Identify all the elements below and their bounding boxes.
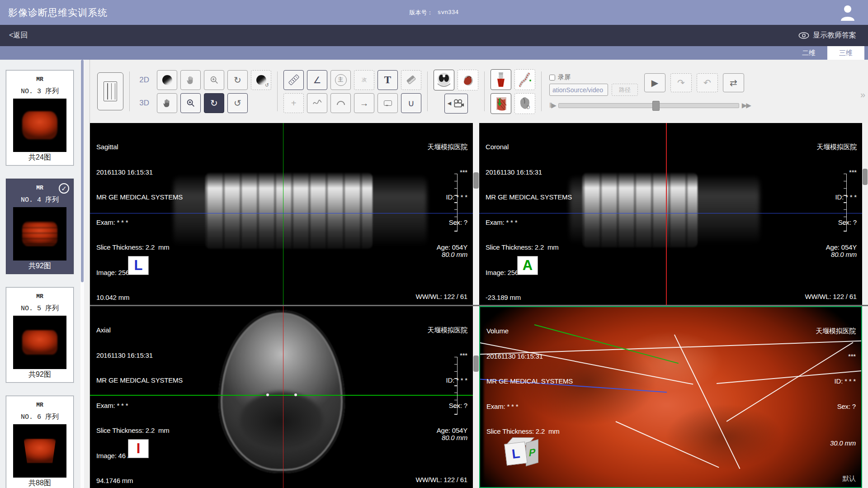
layout-mpr-button[interactable] <box>97 72 123 110</box>
scale-label: 80.0 mm <box>442 434 467 442</box>
orientation-cube[interactable]: P L <box>505 436 546 474</box>
back-button[interactable]: <返回 <box>0 31 28 40</box>
preset-default-label[interactable]: 默认 <box>842 474 856 483</box>
series-card-3[interactable]: MR NO. 3 序列 共24图 <box>6 70 74 166</box>
rotate-loop-right-button[interactable]: ↷ <box>670 73 692 92</box>
measure-ruler-button[interactable] <box>283 70 304 90</box>
wl-reset-button[interactable]: ↺ <box>251 70 271 90</box>
muscle-preset-button[interactable] <box>491 93 511 114</box>
spine-vessel-icon <box>517 71 533 88</box>
series-modality: MR <box>6 76 73 83</box>
viewport-sagittal[interactable]: Sagittal 20161130 16:15:31 MR GE MEDICAL… <box>90 123 473 305</box>
curve-tool-button[interactable] <box>307 93 327 113</box>
series-card-6[interactable]: MR NO. 6 序列 共88图 <box>6 396 74 488</box>
app-title: 影像诊断思维实训系统 <box>0 6 108 19</box>
frame-slider[interactable] <box>558 103 739 108</box>
swap-direction-button[interactable]: ⇄ <box>723 73 744 92</box>
pan-2d-button[interactable] <box>180 70 201 90</box>
viewport-coronal[interactable]: Coronal 20161130 16:15:31 MR GE MEDICAL … <box>479 123 862 305</box>
scale-ruler <box>453 174 458 232</box>
loop-right-icon: ↷ <box>677 78 685 87</box>
hand-icon <box>162 98 172 108</box>
viewport-volume[interactable]: Volume 20161130 16:15:31 MR GE MEDICAL S… <box>479 306 862 488</box>
series-card-4[interactable]: ✓ MR NO. 4 序列 共92图 <box>6 179 74 274</box>
cobb-angle-button[interactable]: ∪ <box>401 93 421 113</box>
mode-2d-label: 2D <box>136 76 149 85</box>
viewport-grid: Sagittal 20161130 16:15:31 MR GE MEDICAL… <box>90 123 868 488</box>
crosshair-vertical-red[interactable] <box>283 306 284 488</box>
series-card-5[interactable]: MR NO. 5 序列 共92图 <box>6 287 74 383</box>
curve-icon <box>312 98 322 108</box>
collapse-panel-icon[interactable]: » <box>860 90 865 100</box>
sidebar-scrollbar[interactable] <box>80 60 84 488</box>
svg-text:D: D <box>527 105 530 110</box>
selected-check-icon: ✓ <box>59 183 69 194</box>
arrow-annotation-button[interactable]: → <box>354 93 374 113</box>
slice-scrollbar-axial[interactable] <box>473 306 479 488</box>
dicom-info-right: 天堰模拟医院 *** ID: * * * Sex: ? Age: 054Y <box>427 126 467 269</box>
tab-3d[interactable]: 三维 <box>827 46 864 60</box>
text-annotation-button[interactable]: T <box>377 70 398 90</box>
slice-scrollbar-sagittal[interactable] <box>473 123 479 305</box>
pan-3d-button[interactable] <box>157 93 177 113</box>
version-label: 版本号： <box>410 9 433 17</box>
wl-window-level-button[interactable] <box>157 70 177 90</box>
series-count: 共92图 <box>6 370 73 379</box>
secondary-marker-button[interactable]: 次 <box>354 70 374 90</box>
cobb-angle-icon: ∪ <box>408 99 415 108</box>
rotate-loop-left-button[interactable]: ↶ <box>697 73 718 92</box>
eye-icon <box>798 32 809 39</box>
reset-view-icon: ↺ <box>234 99 241 108</box>
series-name: NO. 6 序列 <box>6 412 73 421</box>
rotate-2d-button[interactable]: ↻ <box>227 70 248 90</box>
viewport-axial[interactable]: Axial 20161130 16:15:31 MR GE MEDICAL SY… <box>90 306 473 488</box>
tab-2d[interactable]: 二维 <box>790 46 827 60</box>
slice-scrollbar-coronal[interactable] <box>862 123 868 305</box>
knee-bone-icon <box>493 71 509 88</box>
record-capture-button[interactable]: ◀ <box>444 94 468 114</box>
slider-thumb[interactable] <box>652 101 660 111</box>
crosshair-vertical-red[interactable] <box>666 123 667 305</box>
mode-3d-label: 3D <box>136 99 149 108</box>
eraser-icon <box>406 75 416 85</box>
reset-3d-button[interactable]: ↺ <box>227 93 248 113</box>
record-screen-checkbox[interactable] <box>549 75 555 81</box>
measure-angle-button[interactable]: ∠ <box>307 70 327 90</box>
hand-icon <box>186 75 196 85</box>
primary-marker-button[interactable]: 主 <box>330 70 351 90</box>
series-thumbnail <box>13 424 66 478</box>
heart-volume-preset-button[interactable] <box>458 70 478 90</box>
mpr-layout-icon <box>104 81 117 101</box>
step-backward-control[interactable]: ‖▶ <box>549 101 556 109</box>
crosshair-vertical-green[interactable] <box>283 123 284 305</box>
series-count: 共92图 <box>6 261 73 271</box>
record-path-input[interactable] <box>549 84 608 96</box>
comment-annotation-button[interactable] <box>377 93 398 113</box>
arc-tool-button[interactable] <box>330 93 351 113</box>
lung-ct-preset-button[interactable] <box>434 70 454 90</box>
series-name: NO. 3 序列 <box>6 87 73 95</box>
heart-gray-preset-button[interactable]: D <box>514 93 535 114</box>
user-avatar-icon[interactable] <box>839 4 856 21</box>
zoom-2d-button[interactable] <box>204 70 224 90</box>
spine-vessel-preset-button[interactable] <box>514 69 535 90</box>
eraser-button[interactable] <box>401 70 421 90</box>
window-level-icon <box>162 75 172 85</box>
toolbar: 2D ↻ ↺ 3D <box>90 60 868 123</box>
knee-bone-preset-button[interactable] <box>491 69 511 90</box>
step-forward-control[interactable]: ▶▶ <box>742 101 750 109</box>
slice-scrollbar-right[interactable] <box>862 306 868 488</box>
magnifier-plus-icon <box>209 75 219 85</box>
rotate-3d-button[interactable]: ↻ <box>204 93 224 113</box>
zoom-3d-button[interactable] <box>180 93 201 113</box>
show-teacher-answer-button[interactable]: 显示教师答案 <box>798 31 868 40</box>
lung-ct-icon <box>436 72 452 88</box>
angle-icon: ∠ <box>313 76 321 85</box>
version-value: svn334 <box>438 9 459 16</box>
scale-ruler <box>453 357 458 415</box>
loop-left-icon: ↶ <box>703 78 711 87</box>
path-browse-button[interactable]: 路径 <box>612 84 638 96</box>
play-button[interactable]: ▶ <box>644 73 665 92</box>
locator-cross-button[interactable]: + <box>283 93 304 113</box>
sub-nav-bar: <返回 显示教师答案 <box>0 25 868 46</box>
